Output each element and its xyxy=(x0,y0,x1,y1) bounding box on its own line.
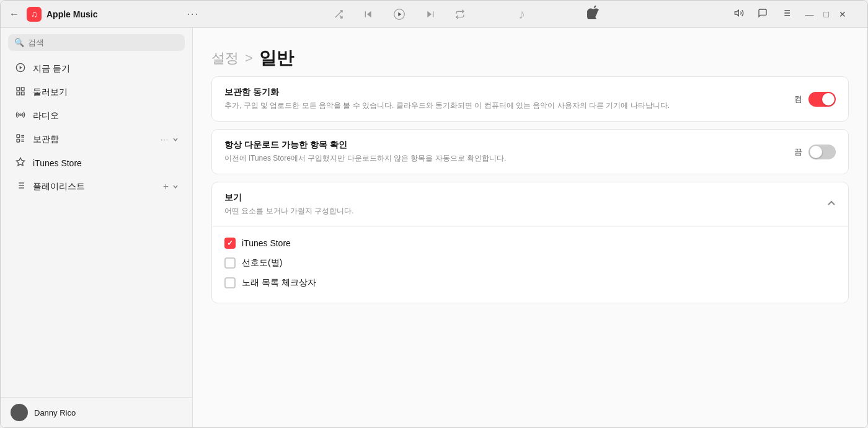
shuffle-button[interactable] xyxy=(330,7,347,22)
sidebar-item-browse[interactable]: 둘러보기 xyxy=(4,81,188,104)
radio-icon xyxy=(14,110,27,122)
sidebar-item-library[interactable]: 보관함 ··· xyxy=(4,128,188,151)
view-section-body: ✓ iTunes Store 선호도(별) 노래 목록 체크상자 xyxy=(212,226,848,303)
playlist-icon xyxy=(14,181,27,193)
checkbox-song-list[interactable] xyxy=(224,277,236,288)
app-window: ← ♫ Apple Music ··· xyxy=(0,0,868,428)
checkmark-itunes-store: ✓ xyxy=(227,239,233,247)
playlist-add-icon[interactable]: + xyxy=(163,181,169,192)
search-input[interactable] xyxy=(28,38,179,47)
titlebar: ← ♫ Apple Music ··· xyxy=(1,1,867,28)
svg-rect-22 xyxy=(17,135,20,138)
playlist-controls: + xyxy=(163,181,179,192)
svg-marker-8 xyxy=(735,10,738,16)
toggle-knob-always-check xyxy=(810,146,822,158)
setting-title-always-check: 항상 다운로드 가능한 항목 확인 xyxy=(224,140,794,151)
library-controls: ··· xyxy=(161,135,179,145)
playlist-expand-icon[interactable] xyxy=(172,182,179,192)
sidebar-label-browse: 둘러보기 xyxy=(33,87,68,98)
svg-point-21 xyxy=(20,114,22,116)
checkbox-row-song-list: 노래 목록 체크상자 xyxy=(224,273,836,293)
sidebar-item-radio[interactable]: 라디오 xyxy=(4,105,188,127)
view-section-info: 보기 어떤 요소를 보거나 가릴지 구성합니다. xyxy=(224,192,827,216)
library-icon xyxy=(14,133,27,146)
settings-always-check: 항상 다운로드 가능한 항목 확인 이전에 iTunes Store에서 구입했… xyxy=(211,129,849,174)
setting-desc-always-check: 이전에 iTunes Store에서 구입했지만 다운로드하지 않은 항목을 자… xyxy=(224,153,794,164)
settings-view: 보기 어떤 요소를 보거나 가릴지 구성합니다. ✓ xyxy=(211,182,849,303)
toggle-always-check[interactable] xyxy=(808,145,836,159)
app-icon: ♫ xyxy=(27,7,42,22)
svg-marker-5 xyxy=(399,12,402,16)
play-button[interactable] xyxy=(389,6,409,23)
search-icon: 🔍 xyxy=(14,38,24,47)
breadcrumb-sep: > xyxy=(245,50,253,66)
sidebar: 🔍 지금 듣기 xyxy=(1,28,193,427)
sidebar-user: Danny Rico xyxy=(1,397,192,427)
sidebar-label-itunes-store: iTunes Store xyxy=(33,158,82,168)
page-title: 일반 xyxy=(259,47,294,70)
sidebar-label-radio: 라디오 xyxy=(33,110,59,122)
minimize-button[interactable]: — xyxy=(802,9,818,20)
setting-info-always-check: 항상 다운로드 가능한 항목 확인 이전에 iTunes Store에서 구입했… xyxy=(224,140,794,164)
view-section-header[interactable]: 보기 어떤 요소를 보거나 가릴지 구성합니다. xyxy=(212,182,848,226)
sidebar-item-playlist[interactable]: 플레이리스트 + xyxy=(4,176,188,198)
prev-button[interactable] xyxy=(360,7,377,22)
setting-info-library-sync: 보관함 동기화 추가, 구입 및 업로드한 모든 음악을 볼 수 있습니다. 클… xyxy=(224,87,794,111)
playback-controls: ♪ xyxy=(199,6,731,23)
setting-desc-library-sync: 추가, 구입 및 업로드한 모든 음악을 볼 수 있습니다. 클라우드와 동기화… xyxy=(224,100,794,111)
maximize-button[interactable]: □ xyxy=(820,9,833,20)
more-button[interactable]: ··· xyxy=(187,9,199,20)
queue-button[interactable] xyxy=(778,6,794,23)
titlebar-right: — □ ✕ xyxy=(731,6,861,23)
checkbox-label-itunes-store: iTunes Store xyxy=(242,238,291,248)
svg-rect-20 xyxy=(17,92,20,95)
next-button[interactable] xyxy=(422,7,439,22)
svg-rect-18 xyxy=(21,87,24,91)
svg-rect-17 xyxy=(17,87,20,91)
star-icon xyxy=(14,157,27,169)
library-more[interactable]: ··· xyxy=(161,135,169,144)
toggle-knob-library-sync xyxy=(822,93,835,105)
sidebar-label-playlist: 플레이리스트 xyxy=(33,181,85,192)
view-section-title: 보기 xyxy=(224,192,827,203)
sidebar-label-now-playing: 지금 듣기 xyxy=(33,63,70,74)
svg-rect-19 xyxy=(21,92,24,95)
breadcrumb: 설정 > 일반 xyxy=(211,47,849,70)
checkbox-star-rating[interactable] xyxy=(224,257,236,269)
window-controls: — □ ✕ xyxy=(802,9,855,20)
app-title: Apple Music xyxy=(46,9,97,19)
setting-control-always-check: 끔 xyxy=(794,145,836,159)
play-circle-icon xyxy=(14,63,27,75)
sidebar-item-now-playing[interactable]: 지금 듣기 xyxy=(4,58,188,80)
setting-control-library-sync: 켬 xyxy=(794,92,836,107)
sidebar-item-itunes-store[interactable]: iTunes Store xyxy=(4,152,188,174)
svg-marker-28 xyxy=(16,158,24,166)
main-layout: 🔍 지금 듣기 xyxy=(1,28,867,427)
lyrics-button[interactable] xyxy=(755,6,771,23)
settings-library-sync: 보관함 동기화 추가, 구입 및 업로드한 모든 음악을 볼 수 있습니다. 클… xyxy=(211,76,849,122)
checkbox-itunes-store[interactable]: ✓ xyxy=(224,238,236,249)
close-button[interactable]: ✕ xyxy=(835,9,850,20)
setting-row-always-check: 항상 다운로드 가능한 항목 확인 이전에 iTunes Store에서 구입했… xyxy=(212,130,848,174)
svg-marker-2 xyxy=(367,11,371,17)
toggle-label-always-check: 끔 xyxy=(794,146,802,158)
setting-title-library-sync: 보관함 동기화 xyxy=(224,87,794,98)
grid-icon xyxy=(14,86,27,99)
back-button[interactable]: ← xyxy=(7,6,22,22)
svg-marker-6 xyxy=(428,11,432,17)
svg-marker-16 xyxy=(20,66,22,69)
svg-rect-23 xyxy=(17,139,20,142)
checkbox-row-itunes-store: ✓ iTunes Store xyxy=(224,233,836,253)
toggle-library-sync[interactable] xyxy=(808,92,836,107)
breadcrumb-parent: 설정 xyxy=(211,49,239,68)
sidebar-label-library: 보관함 xyxy=(33,134,59,145)
library-expand-icon[interactable] xyxy=(172,135,179,145)
content-area: 설정 > 일반 보관함 동기화 추가, 구입 및 업로드한 모든 음악을 볼 수… xyxy=(193,28,867,427)
volume-button[interactable] xyxy=(731,6,747,23)
titlebar-left: ← ♫ Apple Music ··· xyxy=(7,6,199,22)
view-section-chevron-icon xyxy=(827,199,836,210)
view-section-desc: 어떤 요소를 보거나 가릴지 구성합니다. xyxy=(224,205,827,216)
music-icon: ♫ xyxy=(31,9,38,19)
repeat-button[interactable] xyxy=(451,7,469,22)
checkbox-row-star-rating: 선호도(별) xyxy=(224,253,836,273)
